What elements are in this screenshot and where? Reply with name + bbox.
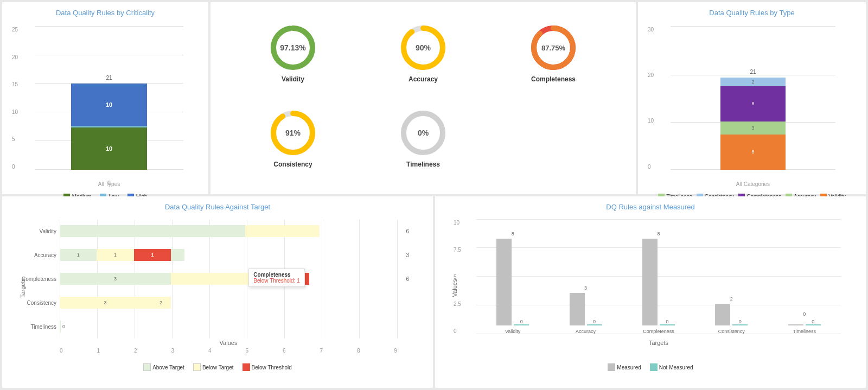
measured-group-timeliness: 0 0 Timeliness bbox=[788, 311, 821, 334]
measured-bar-timeliness-measured bbox=[788, 324, 803, 325]
measured-label-accuracy: Accuracy bbox=[576, 329, 596, 334]
measured-label-completeness: Completeness bbox=[643, 329, 674, 334]
target-bar-timeliness bbox=[60, 321, 61, 333]
donut-consistency-label: Consistency bbox=[273, 161, 312, 168]
type-bar-consistency: 2 bbox=[720, 78, 786, 86]
tooltip-value: Below Threshold: 1 bbox=[253, 278, 299, 284]
measured-title: DQ Rules against Measured bbox=[444, 203, 857, 211]
donut-consistency: 91% Consistency bbox=[230, 98, 356, 179]
legend-not-measured-dot bbox=[650, 363, 658, 371]
donut-empty bbox=[490, 98, 616, 179]
target-row-consistency: Consistency 3 2 bbox=[60, 297, 397, 309]
measured-label-consistency: Consistency bbox=[718, 329, 745, 334]
donut-completeness-label: Completeness bbox=[531, 75, 576, 83]
target-bar-validity-below bbox=[245, 225, 320, 237]
legend-above-dot bbox=[143, 363, 151, 371]
y-label-10: 10 bbox=[12, 109, 18, 115]
target-row-accuracy-val: 3 bbox=[406, 252, 409, 258]
donut-accuracy: 90% Accuracy bbox=[360, 13, 486, 94]
legend-measured-label: Measured bbox=[617, 365, 641, 370]
y-axis: 0 5 10 15 20 25 bbox=[12, 27, 18, 170]
measured-val-validity-nm: 0 bbox=[520, 319, 523, 324]
measured-group-validity-bars: 0 bbox=[496, 239, 529, 325]
target-rows: Validity 6 Accuracy 1 1 1 3 bbox=[60, 220, 397, 339]
donut-completeness-text: 87.75% bbox=[541, 44, 565, 52]
y-label-0: 0 bbox=[12, 164, 18, 170]
donut-accuracy-text: 90% bbox=[416, 43, 431, 52]
measured-group-accuracy-bars: 0 bbox=[570, 293, 602, 325]
y-label-25: 25 bbox=[12, 27, 18, 33]
x-axis-label-criticality: All Types bbox=[35, 181, 183, 187]
criticality-panel: Data Quality Rules by Criticality 0 5 10… bbox=[2, 2, 208, 194]
measured-group-consistency-bars: 0 bbox=[715, 304, 748, 325]
target-row-validity-label: Validity bbox=[40, 228, 57, 234]
type-bar-group: 21 2 8 3 8 bbox=[720, 78, 786, 170]
measured-val-accuracy-nm: 0 bbox=[593, 319, 596, 324]
target-row-accuracy: Accuracy 1 1 1 3 bbox=[60, 249, 397, 261]
type-x-axis-label: All Categories bbox=[671, 181, 835, 187]
measured-group-accuracy: 3 0 Accuracy bbox=[570, 285, 602, 334]
legend-not-measured: Not Measured bbox=[650, 363, 693, 371]
legend-below-target: Below Target bbox=[193, 363, 234, 371]
target-row-timeliness-val: 0 bbox=[62, 324, 65, 329]
measured-bar-validity-notmeasured-wrap: 0 bbox=[514, 319, 529, 325]
target-row-validity: Validity 6 bbox=[60, 225, 397, 237]
measured-group-timeliness-bars: 0 bbox=[788, 319, 821, 325]
y-label-15: 15 bbox=[12, 81, 18, 87]
measured-bar-consistency-measured bbox=[715, 304, 730, 325]
measured-legend: Measured Not Measured bbox=[444, 363, 857, 371]
measured-bars: 8 0 Validity 3 bbox=[476, 220, 841, 335]
target-title: Data Quality Rules Against Target bbox=[11, 203, 424, 211]
donut-consistency-text: 91% bbox=[285, 129, 301, 137]
measured-bar-timeliness-notmeasured bbox=[806, 324, 821, 325]
measured-val-consistency: 2 bbox=[730, 296, 733, 302]
measured-bar-completeness-notmeasured bbox=[660, 324, 675, 325]
bar-top-label: 21 bbox=[71, 75, 147, 81]
target-row-accuracy-label: Accuracy bbox=[34, 252, 56, 258]
measured-bar-accuracy-notmeasured bbox=[587, 324, 602, 325]
measured-val-accuracy: 3 bbox=[584, 285, 587, 291]
legend-above-label: Above Target bbox=[152, 365, 184, 370]
bar-group: 21 10 10 0 bbox=[71, 84, 147, 170]
target-row-completeness: Completeness 3 1 6 Completeness Below Th… bbox=[60, 273, 397, 285]
measured-val-timeliness: 0 bbox=[803, 311, 806, 317]
top-row: Data Quality Rules by Criticality 0 5 10… bbox=[2, 2, 866, 194]
legend-measured-dot bbox=[608, 363, 615, 371]
legend-below-dot bbox=[193, 363, 201, 371]
type-title: Data Quality Rules by Type bbox=[647, 9, 857, 17]
donut-completeness: 87.75% Completeness bbox=[490, 13, 616, 94]
target-bar-accuracy-above2 bbox=[171, 249, 184, 261]
type-y-axis: 0 10 20 30 bbox=[648, 27, 654, 170]
target-panel: Data Quality Rules Against Target Target… bbox=[2, 196, 433, 388]
legend-above-target: Above Target bbox=[143, 363, 184, 371]
measured-bar-validity-measured bbox=[496, 239, 512, 325]
y-label-20: 20 bbox=[12, 54, 18, 60]
measured-val-consistency-nm: 0 bbox=[739, 319, 742, 324]
bar-medium: 10 bbox=[71, 127, 147, 170]
donut-accuracy-label: Accuracy bbox=[409, 75, 438, 83]
target-row-timeliness: Timeliness 0 bbox=[60, 321, 397, 333]
type-bar-timeliness: 3 bbox=[720, 122, 786, 135]
donut-completeness-container: 87.75% bbox=[529, 23, 578, 72]
measured-bar-consistency-notmeasured-wrap: 0 bbox=[732, 319, 748, 325]
type-bar-validity: 8 bbox=[720, 135, 786, 170]
measured-val-timeliness-nm: 0 bbox=[812, 319, 814, 324]
target-bar-consistency-below: 3 bbox=[60, 297, 151, 309]
donuts-panel: 97.13% Validity 90% Accuracy bbox=[210, 2, 636, 194]
dashboard: Data Quality Rules by Criticality 0 5 10… bbox=[0, 0, 868, 390]
measured-bar-accuracy-notmeasured-wrap: 0 bbox=[587, 319, 602, 325]
measured-panel: DQ Rules against Measured Values 0 2.5 5… bbox=[435, 196, 866, 388]
target-row-completeness-label: Completeness bbox=[22, 276, 56, 282]
legend-threshold-label: Below Threshold bbox=[252, 365, 292, 370]
donut-timeliness-label: Timeliness bbox=[406, 161, 440, 168]
donut-timeliness-container: 0% bbox=[399, 108, 448, 157]
donut-consistency-container: 91% bbox=[269, 108, 317, 157]
target-bar-accuracy-below: 1 bbox=[97, 249, 133, 261]
measured-group-completeness-bars: 0 bbox=[642, 239, 675, 325]
donuts-grid: 97.13% Validity 90% Accuracy bbox=[219, 9, 627, 183]
donut-accuracy-container: 90% bbox=[399, 23, 448, 72]
target-row-timeliness-label: Timeliness bbox=[31, 324, 56, 330]
type-bar-completeness: 8 bbox=[720, 86, 786, 122]
target-bar-validity-above bbox=[60, 225, 245, 237]
legend-below-label: Below Target bbox=[202, 365, 234, 370]
